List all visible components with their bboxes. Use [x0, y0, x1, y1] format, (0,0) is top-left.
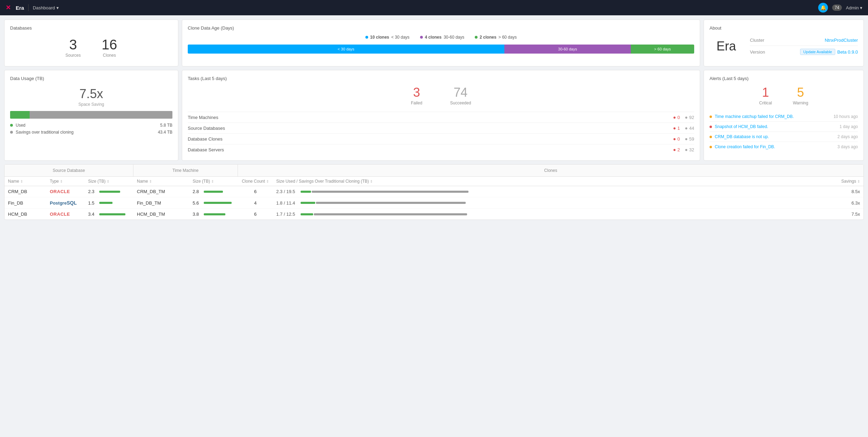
alert-text[interactable]: CRM_DB database is not up.: [715, 134, 769, 139]
cell-tm-name: CRM_DB_TM: [133, 189, 189, 194]
alert-left: Snapshot of HCM_DB failed.: [710, 124, 768, 129]
sort-icon-size-savings: ⇕: [370, 180, 373, 183]
task-succeeded: ● 44: [685, 125, 694, 131]
tasks-table: Time Machines ● 0 ● 92 Source Databases …: [188, 112, 694, 155]
alert-text[interactable]: Snapshot of HCM_DB failed.: [715, 124, 768, 129]
clone-legend: 10 clones < 30 days 4 clones 30-60 days …: [188, 35, 694, 40]
task-failed: ● 1: [673, 125, 680, 131]
alert-time: 1 day ago: [839, 124, 858, 129]
tm-size-bar: [204, 202, 232, 204]
clone-age-title: Clone Data Age (Days): [188, 25, 694, 31]
cell-size-savings: 1.8 / 11.4: [273, 200, 836, 206]
task-name: Database Clones: [188, 136, 673, 142]
alert-time: 3 days ago: [837, 144, 858, 149]
warning-dot: [710, 116, 712, 118]
tm-size-bar: [204, 191, 223, 193]
clones-count: 16: [102, 38, 117, 51]
used-segment: [301, 191, 311, 193]
chevron-down-icon: ▾: [56, 5, 59, 10]
cell-name: CRM_DB: [5, 189, 46, 194]
cluster-link[interactable]: NtnxProdCluster: [825, 38, 858, 43]
cards-row-2: Data Usage (TB) 7.5x Space Saving Used 5…: [4, 70, 864, 161]
savings-bar-container: [301, 213, 832, 215]
col-header-clone-count[interactable]: Clone Count ⇕: [238, 179, 273, 184]
legend-dot-blue: [365, 36, 368, 39]
dashboard-nav[interactable]: Dashboard ▾: [33, 5, 59, 10]
succeeded-summary: 74 Succeeded: [450, 85, 471, 105]
task-succeeded: ● 32: [685, 147, 694, 152]
table-rows: CRM_DB ORACLE 2.3 CRM_DB_TM 2.8 6 2.3 / …: [5, 186, 863, 220]
warning-dot: [710, 136, 712, 138]
nav-divider: [28, 4, 29, 11]
cell-name: Fin_DB: [5, 200, 46, 206]
about-cluster-row: Cluster NtnxProdCluster: [750, 35, 858, 46]
alert-time: 10 hours ago: [834, 114, 858, 119]
alerts-list: Time machine catchup failed for CRM_DB. …: [710, 112, 858, 152]
failed-label: Failed: [411, 101, 423, 105]
sort-icon-tm-size: ⇕: [211, 180, 214, 183]
table-row: Fin_DB PostgreSQL 1.5 Fin_DB_TM 5.6 4 1.…: [5, 197, 863, 209]
bar-over60: > 60 days: [631, 45, 694, 54]
tm-size-bar-container: 5.6: [193, 200, 232, 206]
group-source: Source Database: [5, 165, 133, 176]
col-header-tm-size[interactable]: Size (TB) ⇕: [189, 179, 238, 184]
col-header-type[interactable]: Type ⇕: [46, 179, 85, 184]
sort-icon-type: ⇕: [60, 180, 63, 183]
update-badge[interactable]: Update Available: [800, 49, 835, 55]
clone-age-bar: < 30 days 30-60 days > 60 days: [188, 45, 694, 54]
cell-size-savings: 2.3 / 19.5: [273, 189, 836, 194]
data-usage-card: Data Usage (TB) 7.5x Space Saving Used 5…: [4, 70, 178, 161]
table-col-headers: Name ⇕ Type ⇕ Size (TB) ⇕ Name ⇕ Size (T…: [5, 177, 863, 186]
task-row: Time Machines ● 0 ● 92: [188, 112, 694, 122]
sort-icon-size: ⇕: [107, 180, 109, 183]
col-header-size[interactable]: Size (TB) ⇕: [85, 179, 133, 184]
notification-badge[interactable]: 74: [832, 5, 842, 11]
task-failed: ● 0: [673, 136, 680, 142]
alert-left: CRM_DB database is not up.: [710, 134, 769, 139]
savings-value: 7.5x: [851, 212, 860, 217]
cell-savings: 7.5x: [836, 212, 863, 217]
col-header-size-savings[interactable]: Size Used / Savings Over Traditional Clo…: [273, 179, 836, 184]
notification-bell[interactable]: 🔔: [818, 3, 828, 13]
bottom-table: Source Database Time Machine Clones Name…: [4, 164, 864, 220]
succeeded-dot: ●: [685, 125, 688, 131]
tm-size-bar-container: 3.8: [193, 212, 225, 217]
tm-size-bar-container: 2.8: [193, 189, 223, 194]
usage-legend: Used 5.8 TB Savings over traditional clo…: [10, 123, 172, 135]
col-header-savings[interactable]: Savings ⇕: [836, 179, 863, 184]
failed-dot: ●: [673, 136, 676, 142]
task-name: Time Machines: [188, 115, 673, 120]
cell-clone-count: 6: [238, 212, 273, 217]
alert-text[interactable]: Clone creation failed for Fin_DB.: [715, 144, 775, 149]
size-bar-container: 2.3: [88, 189, 120, 194]
col-header-name[interactable]: Name ⇕: [5, 179, 46, 184]
sources-label: Sources: [65, 53, 81, 58]
alert-left: Time machine catchup failed for CRM_DB.: [710, 114, 794, 119]
databases-card: Databases 3 Sources 16 Clones: [4, 19, 178, 66]
tasks-title: Tasks (Last 5 days): [188, 76, 694, 81]
savings-segment: [312, 191, 468, 193]
warning-summary: 5 Warning: [793, 85, 808, 105]
sort-icon-name: ⇕: [20, 180, 23, 183]
cell-type: PostgreSQL: [46, 200, 85, 206]
tasks-summary: 3 Failed 74 Succeeded: [188, 85, 694, 105]
bar-3060: 30-60 days: [504, 45, 631, 54]
cards-row-1: Databases 3 Sources 16 Clones Clone Data…: [4, 19, 864, 66]
table-row: CRM_DB ORACLE 2.3 CRM_DB_TM 2.8 6 2.3 / …: [5, 186, 863, 197]
col-header-tm-name[interactable]: Name ⇕: [133, 179, 189, 184]
size-bar: [99, 202, 113, 204]
clones-stat: 16 Clones: [102, 38, 117, 58]
task-name: Database Servers: [188, 147, 673, 152]
task-counts: ● 1 ● 44: [673, 125, 694, 131]
space-saving-label: Space Saving: [10, 102, 172, 107]
admin-menu[interactable]: Admin ▾: [846, 5, 862, 10]
group-clones: Clones: [238, 165, 863, 176]
cell-tm-name: Fin_DB_TM: [133, 200, 189, 206]
type-oracle: ORACLE: [50, 189, 70, 194]
space-saving: 7.5x Space Saving: [10, 87, 172, 107]
sort-icon-savings: ⇕: [857, 180, 860, 183]
alert-item: Snapshot of HCM_DB failed. 1 day ago: [710, 121, 858, 132]
cell-name: HCM_DB: [5, 212, 46, 217]
alert-text[interactable]: Time machine catchup failed for CRM_DB.: [715, 114, 794, 119]
warning-count: 5: [793, 85, 808, 100]
